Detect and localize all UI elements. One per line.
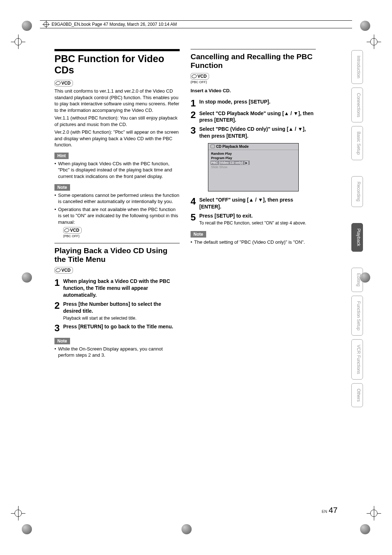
note-label: Note xyxy=(54,338,70,344)
tab-connections[interactable]: Connections xyxy=(351,88,363,123)
tab-introduction[interactable]: Introduction xyxy=(351,50,363,84)
vcd-icon: VCD xyxy=(54,80,73,86)
submenu-arrow-icon: ▶ xyxy=(245,161,248,165)
vcd-pbcoff-icon: VCD xyxy=(191,73,209,80)
page-number: EN47 xyxy=(322,506,338,515)
body-text: Ver.2.0 (with PBC function): "Pbc" will … xyxy=(54,129,180,148)
step-4: 4Select "OFF" using [▲ / ▼], then press … xyxy=(191,197,316,210)
vcd-pbcoff-icon: VCD xyxy=(63,227,82,234)
step-3: 3Select "PBC (Video CD only)" using [▲ /… xyxy=(191,126,316,139)
book-header-text: E9GA0BD_EN.book Page 47 Monday, March 26… xyxy=(52,22,177,27)
note-label: Note xyxy=(54,184,70,191)
step-2: 2Select "CD Playback Mode" using [▲ / ▼]… xyxy=(191,110,316,124)
hint-label: Hint xyxy=(54,153,69,159)
step-2: 2 Press [the Number buttons] to select t… xyxy=(54,301,180,321)
tab-vcr-functions[interactable]: VCR Functions xyxy=(351,339,363,380)
vcd-icon: VCD xyxy=(54,267,73,274)
hint-item: When playing back Video CDs with the PBC… xyxy=(54,161,180,180)
book-header: E9GA0BD_EN.book Page 47 Monday, March 26… xyxy=(40,20,352,28)
register-dot xyxy=(22,524,32,534)
note-item: Operations that are not available when t… xyxy=(54,206,180,226)
body-text: This unit conforms to ver.1.1 and ver.2.… xyxy=(54,88,180,113)
crop-mark xyxy=(367,35,381,49)
icon-caption: (PBC OFF) xyxy=(191,80,316,84)
menu-item: Program Play xyxy=(211,156,296,160)
tab-playback[interactable]: Playback xyxy=(351,223,363,252)
section-title: PBC Function for Video CDs xyxy=(54,53,180,76)
register-dot xyxy=(22,272,32,283)
note-item: Some operations cannot be performed unle… xyxy=(54,192,180,205)
note-item: While the On-Screen Display appears, you… xyxy=(54,346,180,358)
register-dot xyxy=(181,524,192,534)
side-tabs: Introduction Connections Basic Setup Rec… xyxy=(351,50,363,407)
step-1: 1In stop mode, press [SETUP]. xyxy=(191,98,316,108)
register-dot xyxy=(360,524,370,534)
tab-function-setup[interactable]: Function Setup xyxy=(351,296,363,336)
step-subtext: To recall the PBC function, select "ON" … xyxy=(199,220,306,226)
register-dot xyxy=(22,21,32,31)
icon-caption: (PBC OFF) xyxy=(63,234,180,238)
body-text: Ver.1.1 (without PBC function): You can … xyxy=(54,115,180,127)
step-subtext: Playback will start at the selected titl… xyxy=(63,315,180,321)
crop-mark xyxy=(11,506,25,520)
tab-others[interactable]: Others xyxy=(351,383,363,407)
step-5: 5Press [SETUP] to exit. To recall the PB… xyxy=(191,212,316,226)
instruction: Insert a Video CD. xyxy=(191,88,316,94)
step-1: 1 When playing back a Video CD with the … xyxy=(54,278,180,299)
note-item: The default setting of "PBC (Video CD on… xyxy=(191,239,316,246)
right-column: Cancelling and Recalling the PBC Functio… xyxy=(191,49,316,496)
tab-editing[interactable]: Editing xyxy=(351,268,363,292)
menu-item-selected: PBC (Video CD only)▶ xyxy=(211,161,250,165)
tab-recording[interactable]: Recording xyxy=(351,176,363,207)
register-dot xyxy=(360,21,370,31)
note-label: Note xyxy=(191,231,206,238)
step-3: 3 Press [RETURN] to go back to the Title… xyxy=(54,323,180,333)
crop-mark xyxy=(11,35,25,49)
target-icon xyxy=(44,22,49,27)
onscreen-menu: CD Playback Mode Random Play Program Pla… xyxy=(208,143,299,191)
subsection-title: Cancelling and Recalling the PBC Functio… xyxy=(191,49,316,70)
subsection-title: Playing Back a Video CD Using the Title … xyxy=(54,243,180,264)
tab-basic-setup[interactable]: Basic Setup xyxy=(351,126,363,160)
menu-title: CD Playback Mode xyxy=(208,143,298,150)
menu-item: Random Play xyxy=(211,151,296,156)
menu-item-disabled: Slide Show xyxy=(211,165,296,169)
left-column: PBC Function for Video CDs VCD This unit… xyxy=(54,49,180,496)
disc-mini-icon xyxy=(211,145,215,148)
crop-mark xyxy=(367,506,381,520)
